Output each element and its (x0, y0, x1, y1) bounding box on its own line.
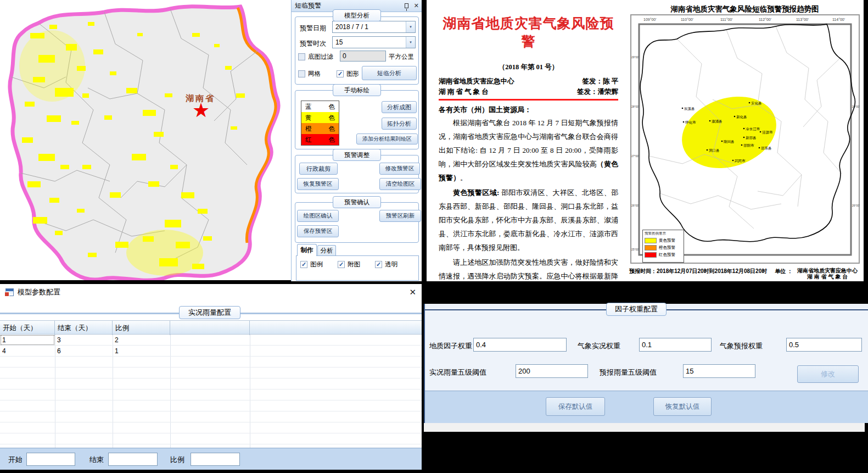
restore-defaults-button[interactable]: 恢复默认值 (653, 397, 712, 416)
graphic-checkbox[interactable]: ✓ 图形 (337, 70, 359, 78)
color-listbox[interactable]: 蓝 色 黄 色 橙 色 红 色 (301, 101, 339, 146)
short-term-warning-panel: 短临预警 ✕ 模型分析 预警日期 2018 / 7 / 1 ▼ 预警时次 15 … (291, 0, 422, 281)
svg-text:25°00': 25°00' (631, 248, 639, 251)
restore-warning-zone-button[interactable]: 恢复预警区 (297, 178, 339, 190)
basemap-filter-checkbox[interactable]: 底图过滤 (298, 53, 333, 61)
panel-bottom-strip (424, 423, 865, 432)
dialog-title: 模型参数配置 (18, 287, 60, 297)
svg-text:110°00': 110°00' (681, 18, 693, 21)
svg-text:28°00': 28°00' (852, 105, 860, 108)
unit-label: 单位 ： (775, 268, 793, 280)
col-empty[interactable] (170, 321, 250, 335)
gis-map-canvas[interactable]: 湖南省 ★ (0, 0, 291, 280)
model-analysis-label: 模型分析 (333, 9, 381, 21)
close-icon[interactable]: ✕ (409, 287, 416, 297)
time-combobox[interactable]: 15 ▼ (332, 36, 416, 48)
list-item-yellow[interactable]: 黄 色 (301, 112, 339, 123)
short-term-analyze-button[interactable]: 短临分析 (362, 66, 417, 80)
dialog-titlebar: 模型参数配置 ✕ (0, 284, 422, 301)
table-row[interactable]: 4 6 1 (0, 346, 422, 357)
orange-swatch (645, 245, 657, 251)
warning-confirm-label: 预警确认 (333, 196, 381, 208)
geo-weight-input[interactable] (473, 338, 567, 352)
org-line-2: 湖 南 省 气 象 台 (439, 87, 514, 97)
close-icon[interactable]: ✕ (414, 2, 419, 9)
modify-warning-zone-button[interactable]: 修改预警区 (379, 163, 420, 175)
transparent-option-label: 透明 (385, 260, 397, 269)
forecast-rain-threshold-input[interactable] (683, 364, 755, 378)
canvas-confirm-button[interactable]: 绘图区确认 (297, 210, 339, 222)
zone-refresh-button[interactable]: 预警区刷新 (379, 210, 421, 222)
signer-1: 签发：陈 平 (577, 76, 618, 87)
ratio-label: 比例 (170, 455, 184, 465)
svg-text:邵阳市: 邵阳市 (743, 143, 754, 148)
svg-text:114°00': 114°00' (832, 18, 845, 21)
tab-make[interactable]: 制作 (297, 244, 317, 256)
checkbox-box[interactable] (298, 70, 305, 77)
modify-button[interactable]: 修改 (797, 365, 859, 383)
date-label: 预警日期 (300, 24, 326, 33)
table-header: 开始（天） 结束（天） 比例 (0, 320, 422, 335)
checkbox-box[interactable]: ✓ (375, 261, 382, 268)
live-rain-config-label: 实况雨量配置 (179, 306, 240, 319)
date-combobox[interactable]: 2018 / 7 / 1 ▼ (332, 21, 416, 33)
document-page: 湖南省地质灾害气象风险预警 （2018 年第 01 号） 湖南省地质灾害应急中心… (427, 0, 626, 281)
panel-title: 短临预警 (295, 1, 321, 10)
trend-map-legend: 预警图例显示 黄色预警 橙色预警 红色预警 (642, 230, 684, 263)
list-item-red[interactable]: 红 色 (301, 134, 339, 145)
rain-config-table[interactable]: 开始（天） 结束（天） 比例 1 3 2 4 6 1 (0, 320, 422, 448)
paragraph-1: 根据湖南省气象台 2018 年 12 月 7 日短期气象预报情况，湖南省地质灾害… (439, 116, 618, 185)
svg-text:洞口县: 洞口县 (709, 148, 720, 153)
clear-canvas-button[interactable]: 清空绘图区 (379, 178, 421, 190)
col-ratio[interactable]: 比例 (113, 321, 170, 335)
model-param-dialog: 模型参数配置 ✕ 实况雨量配置 开始（天） 结束（天） 比例 1 3 2 4 (0, 284, 422, 470)
svg-text:26°00': 26°00' (631, 204, 639, 207)
checkbox-box[interactable] (298, 53, 305, 60)
live-rain-threshold-input[interactable] (516, 364, 588, 378)
col-start[interactable]: 开始（天） (0, 321, 55, 335)
checkbox-box[interactable]: ✓ (337, 70, 344, 77)
start-input[interactable] (26, 453, 75, 466)
add-analysis-result-button[interactable]: 添加分析结果到绘区 (356, 133, 418, 144)
trend-map-graphic: 109°00' 110°00' 111°00' 112°00' 113°00' … (630, 14, 860, 266)
grid-checkbox[interactable]: 网格 (298, 70, 321, 78)
chevron-down-icon[interactable]: ▼ (406, 37, 415, 48)
svg-text:涟源市: 涟源市 (762, 130, 773, 135)
transparent-checkbox[interactable]: ✓ 透明 (375, 260, 397, 269)
end-input[interactable] (108, 453, 158, 466)
pin-icon[interactable] (405, 3, 408, 8)
attach-map-checkbox[interactable]: ✓ 附图 (338, 260, 360, 269)
list-item-blue[interactable]: 蓝 色 (301, 101, 339, 112)
save-defaults-button[interactable]: 保存默认值 (546, 397, 605, 416)
legend-checkbox[interactable]: ✓ 图例 (300, 260, 323, 269)
paragraph-3: 请上述地区加强防范突发性地质灾害，做好险情和灾情速报，遇强降水启动防灾预案。应急… (439, 255, 618, 310)
live-weight-label: 气象实况权重 (578, 341, 620, 351)
trend-map-title: 湖南省地质灾害气象风险短临预警预报趋势图 (626, 4, 864, 14)
analyze-to-map-button[interactable]: 分析成图 (382, 101, 417, 113)
svg-text:新邵县: 新邵县 (746, 136, 757, 140)
button-band (425, 391, 868, 423)
warning-adjust-label: 预警调整 (333, 149, 381, 161)
tab-analyze[interactable]: 分析 (317, 245, 336, 256)
checkbox-box[interactable]: ✓ (338, 261, 345, 268)
filter-threshold-input[interactable] (340, 51, 386, 62)
live-weight-input[interactable] (639, 338, 712, 352)
table-row[interactable]: 1 3 2 (0, 335, 422, 346)
form-icon (5, 288, 14, 296)
chevron-down-icon[interactable]: ▼ (406, 21, 415, 32)
list-item-orange[interactable]: 橙 色 (301, 123, 339, 134)
trend-map-figure: 湖南省地质灾害气象风险短临预警预报趋势图 109°00' 110°00' 111… (626, 0, 864, 281)
save-warning-zone-button[interactable]: 保存预警区 (297, 225, 339, 237)
forecast-weight-input[interactable] (786, 338, 862, 352)
ratio-input[interactable] (191, 453, 240, 466)
document-title: 湖南省地质灾害气象风险预警 (439, 14, 618, 51)
admin-clip-button[interactable]: 行政裁剪 (299, 163, 338, 175)
topology-analyze-button[interactable]: 拓扑分析 (382, 118, 417, 130)
checkbox-box[interactable]: ✓ (300, 261, 307, 268)
svg-text:109°00': 109°00' (643, 18, 657, 21)
svg-text:安化县: 安化县 (751, 101, 762, 105)
col-end[interactable]: 结束（天） (55, 321, 113, 335)
yellow-swatch (645, 238, 657, 243)
capital-star-icon: ★ (192, 101, 210, 120)
attach-option-label: 附图 (348, 260, 360, 269)
